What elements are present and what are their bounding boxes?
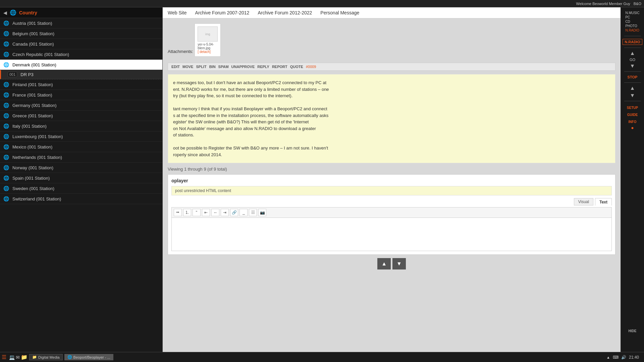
- sidebar-title: Country: [19, 10, 37, 15]
- guide-label[interactable]: GUIDE: [627, 113, 638, 117]
- country-item-czech[interactable]: 🌐 Czech Republic (001 Station): [0, 49, 162, 60]
- tool-hr[interactable]: ⎯: [239, 209, 248, 216]
- browser-btn[interactable]: 🌐 Beoport/Beoplayer - ...: [64, 354, 113, 360]
- country-item-canada[interactable]: 🌐 Canada (001 Station): [0, 39, 162, 49]
- country-item-netherlands[interactable]: 🌐 Netherlands (001 Station): [0, 152, 162, 163]
- country-item-belgium[interactable]: 🌐 Belgium (001 Station): [0, 28, 162, 39]
- nav-archive-2012[interactable]: Archive Forum 2012-2022: [258, 10, 312, 15]
- country-item-italy[interactable]: 🌐 Italy (001 Station): [0, 121, 162, 131]
- country-label-italy: Italy (001 Station): [12, 124, 47, 129]
- country-label-canada: Canada (001 Station): [12, 42, 54, 47]
- start-btn[interactable]: ☰: [2, 354, 6, 360]
- photo-label[interactable]: PHOTO: [625, 24, 637, 28]
- bin-btn[interactable]: BIN: [209, 65, 216, 69]
- tool-align-center[interactable]: ↔: [211, 209, 219, 216]
- taskbar-up-arrow[interactable]: ▲: [606, 355, 610, 359]
- forum-content: Attachments: img yer-v-5.04- blem.jpg [ …: [163, 18, 621, 362]
- tool-table[interactable]: ☷: [249, 209, 257, 216]
- country-item-switzerland[interactable]: 🌐 Switzerland (001 Station): [0, 194, 162, 204]
- reply-notice: post unrestricted HTML content: [171, 186, 612, 195]
- nradio-badge[interactable]: N.RADIO: [623, 39, 642, 45]
- scroll-up-btn[interactable]: ▲: [377, 258, 391, 269]
- folder-icon: 📁: [32, 355, 37, 359]
- taskbar-icon-windows[interactable]: 💻: [9, 355, 15, 360]
- detach-link[interactable]: [ detach]: [198, 50, 218, 54]
- tab-visual[interactable]: Visual: [574, 198, 593, 205]
- post-text-4: tant memory I think that if you install …: [173, 106, 610, 112]
- tool-ordered-list[interactable]: 1.: [183, 209, 191, 216]
- move-btn[interactable]: MOVE: [182, 65, 193, 69]
- country-item-spain[interactable]: 🌐 Spain (001 Station): [0, 173, 162, 183]
- edit-btn[interactable]: EDIT: [171, 65, 180, 69]
- editor-area[interactable]: [171, 218, 612, 251]
- welcome-text: Welcome Beoworld Member Guy: [576, 2, 630, 6]
- go-btn[interactable]: GO: [630, 58, 635, 62]
- spam-btn[interactable]: SPAM: [218, 65, 229, 69]
- report-btn[interactable]: REPORT: [272, 65, 287, 69]
- reply-btn[interactable]: REPLY: [257, 65, 269, 69]
- country-item-greece[interactable]: 🌐 Greece (001 Station): [0, 111, 162, 121]
- station-item-drp3[interactable]: 001 DR P3: [0, 70, 162, 79]
- center-content: Web Site Archive Forum 2007-2012 Archive…: [163, 7, 621, 362]
- tool-blockquote[interactable]: ": [193, 209, 201, 216]
- taskbar-icon-folder[interactable]: 📁: [21, 354, 28, 360]
- country-item-norway[interactable]: 🌐 Norway (001 Station): [0, 163, 162, 173]
- nav-website[interactable]: Web Site: [168, 10, 187, 15]
- rs-divider3: [624, 71, 641, 72]
- taskbar: ☰ 💻 ✉ 📁 📁 Digital Media 🌐 Beoport/Beopla…: [0, 352, 644, 362]
- post-text-3: try (but they play fine, so it must be c…: [173, 93, 610, 99]
- taskbar-icon-mail[interactable]: ✉: [16, 355, 20, 360]
- country-label-netherlands: Netherlands (001 Station): [12, 155, 62, 160]
- rs-down-arrow[interactable]: ▼: [630, 63, 635, 69]
- country-item-denmark[interactable]: 🌐 Denmark (001 Station): [0, 60, 162, 70]
- taskbar-right: ▲ ⌨ 🔊 21:40: [606, 355, 642, 360]
- stop-btn[interactable]: STOP: [628, 75, 638, 79]
- setup-label[interactable]: SETUP: [627, 106, 638, 110]
- globe-icon-czech: 🌐: [3, 52, 9, 57]
- tool-link[interactable]: 🔗: [230, 209, 238, 216]
- country-item-austria[interactable]: 🌐 Austria (001 Station): [0, 18, 162, 28]
- volume-icon[interactable]: 🔊: [621, 355, 626, 360]
- rs-up-arrow2[interactable]: ▲: [630, 85, 635, 91]
- nmusic-label[interactable]: N.MUSIC: [625, 11, 639, 15]
- globe-icon-austria: 🌐: [3, 20, 9, 26]
- split-btn[interactable]: SPLIT: [196, 65, 206, 69]
- tab-text[interactable]: Text: [595, 198, 612, 205]
- country-item-germany[interactable]: 🌐 Germany (001 Station): [0, 100, 162, 111]
- folder-btn-label: Digital Media: [38, 355, 60, 359]
- quote-btn[interactable]: QUOTE: [290, 65, 303, 69]
- nav-buttons-bottom: ▲ ▼: [168, 258, 615, 269]
- attachment-filename2: blem.jpg: [198, 46, 218, 50]
- action-bar: EDIT MOVE SPLIT BIN SPAM UNAPPROVE REPLY…: [168, 63, 615, 71]
- tool-unordered-list[interactable]: ••: [174, 209, 182, 216]
- pagination-text: Viewing 1 through 9 (of 9 total): [168, 167, 227, 172]
- hide-btn[interactable]: HIDE: [629, 329, 637, 333]
- folder-btn[interactable]: 📁 Digital Media: [29, 354, 63, 360]
- nav-archive-2007[interactable]: Archive Forum 2007-2012: [195, 10, 250, 15]
- unapprove-btn[interactable]: UNAPPROVE: [231, 65, 255, 69]
- country-item-finland[interactable]: 🌐 Finland (001 Station): [0, 79, 162, 90]
- rs-divider1: [624, 36, 641, 36]
- info-label[interactable]: INFO: [629, 120, 637, 124]
- nradio-label[interactable]: N.RADIO: [625, 28, 639, 33]
- setup-guide-info: SETUP GUIDE INFO: [627, 105, 638, 125]
- back-arrow-icon[interactable]: ◀: [3, 10, 7, 15]
- country-item-luxembourg[interactable]: 🌐 Luxembourg (001 Station): [0, 131, 162, 142]
- right-sidebar: N.MUSIC PC CD PHOTO N.RADIO N.RADIO ▲ GO…: [621, 7, 644, 362]
- nav-personal-message[interactable]: Personal Message: [320, 10, 359, 15]
- main-wrapper: ◀ 🌐 Country 🌐 Austria (001 Station) 🌐 Be…: [0, 7, 644, 362]
- globe-icon-belgium: 🌐: [3, 31, 9, 36]
- pc-label[interactable]: PC: [625, 15, 630, 19]
- rs-up-arrow[interactable]: ▲: [630, 50, 635, 56]
- country-item-sweden[interactable]: 🌐 Sweden (001 Station): [0, 183, 162, 194]
- tool-image[interactable]: 📷: [258, 209, 266, 216]
- post-text-9: oot be possible to Register the SW with …: [173, 145, 610, 152]
- country-item-france[interactable]: 🌐 France (001 Station): [0, 90, 162, 100]
- cd-label[interactable]: CD: [625, 19, 630, 24]
- scroll-down-btn[interactable]: ▼: [392, 258, 406, 269]
- tool-align-left[interactable]: ⇤: [202, 209, 210, 216]
- tool-align-right[interactable]: ⇥: [221, 209, 229, 216]
- globe-icon-greece: 🌐: [3, 113, 9, 118]
- rs-down-arrow2[interactable]: ▼: [630, 93, 635, 99]
- country-item-mexico[interactable]: 🌐 Mexico (001 Station): [0, 142, 162, 152]
